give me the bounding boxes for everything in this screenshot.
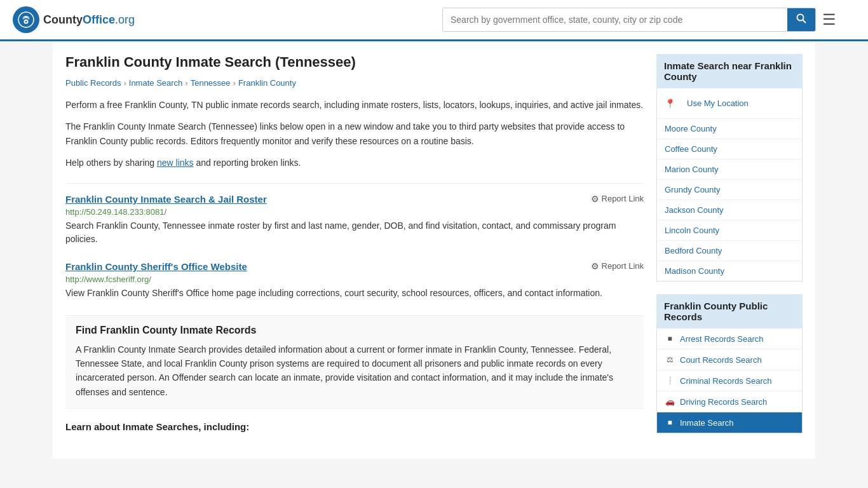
lincoln-county-link[interactable]: Lincoln County bbox=[657, 220, 802, 240]
moore-county-link[interactable]: Moore County bbox=[657, 119, 802, 139]
bedford-county-link[interactable]: Bedford County bbox=[657, 241, 802, 261]
use-location-link[interactable]: Use My Location bbox=[679, 93, 756, 113]
coffee-county-link[interactable]: Coffee County bbox=[657, 139, 802, 159]
inmate-search-item[interactable]: ■ Inmate Search bbox=[657, 412, 802, 433]
link-desc-1: Search Franklin County, Tennessee inmate… bbox=[65, 219, 644, 246]
inmate-search-link[interactable]: ■ Inmate Search bbox=[657, 412, 802, 433]
find-text: A Franklin County Inmate Search provides… bbox=[76, 342, 634, 400]
sidebar: Inmate Search near Franklin County 📍 Use… bbox=[656, 54, 803, 446]
list-item[interactable]: Bedford County bbox=[657, 241, 802, 261]
driving-icon: 🚗 bbox=[665, 396, 675, 407]
nearby-header: Inmate Search near Franklin County bbox=[656, 54, 803, 88]
page-title: Franklin County Inmate Search (Tennessee… bbox=[65, 54, 644, 71]
report-link-2[interactable]: ⚙ Report Link bbox=[591, 261, 644, 271]
list-item[interactable]: Coffee County bbox=[657, 139, 802, 159]
find-section: Find Franklin County Inmate Records A Fr… bbox=[65, 315, 644, 409]
find-title: Find Franklin County Inmate Records bbox=[76, 325, 634, 336]
arrest-records-item[interactable]: ■ Arrest Records Search bbox=[657, 329, 802, 349]
search-area: ☰ bbox=[442, 8, 836, 32]
site-header: CountyOffice.org ☰ bbox=[0, 0, 868, 41]
content-area: Franklin County Inmate Search (Tennessee… bbox=[65, 54, 644, 446]
breadcrumb-franklin-county[interactable]: Franklin County bbox=[238, 78, 296, 88]
public-records-list: ■ Arrest Records Search ⚖ Court Records … bbox=[656, 329, 803, 433]
report-icon-2: ⚙ bbox=[591, 261, 599, 271]
logo-icon bbox=[13, 6, 39, 33]
link-item-1: Franklin County Inmate Search & Jail Ros… bbox=[65, 194, 644, 246]
criminal-records-item[interactable]: ❕ Criminal Records Search bbox=[657, 370, 802, 391]
list-item[interactable]: Moore County bbox=[657, 119, 802, 139]
marion-county-link[interactable]: Marion County bbox=[657, 159, 802, 179]
list-item[interactable]: Grundy County bbox=[657, 180, 802, 200]
intro-paragraph-3: Help others by sharing new links and rep… bbox=[65, 156, 644, 170]
svg-point-3 bbox=[797, 15, 804, 21]
link-url-1[interactable]: http://50.249.148.233:8081/ bbox=[65, 207, 644, 217]
search-box[interactable] bbox=[442, 8, 816, 32]
link-section: Franklin County Inmate Search & Jail Ros… bbox=[65, 183, 644, 300]
jackson-county-link[interactable]: Jackson County bbox=[657, 200, 802, 220]
intro-paragraph-2: The Franklin County Inmate Search (Tenne… bbox=[65, 119, 644, 148]
search-input[interactable] bbox=[443, 8, 787, 31]
hamburger-menu-button[interactable]: ☰ bbox=[822, 11, 836, 29]
list-item[interactable]: Lincoln County bbox=[657, 220, 802, 241]
report-link-1[interactable]: ⚙ Report Link bbox=[591, 194, 644, 204]
main-container: Franklin County Inmate Search (Tennessee… bbox=[53, 41, 815, 459]
list-item[interactable]: Jackson County bbox=[657, 200, 802, 220]
inmate-icon: ■ bbox=[665, 417, 675, 428]
link-item-2: Franklin County Sheriff's Office Website… bbox=[65, 261, 644, 300]
report-icon-1: ⚙ bbox=[591, 194, 599, 204]
svg-line-4 bbox=[803, 20, 806, 24]
link-title-1[interactable]: Franklin County Inmate Search & Jail Ros… bbox=[65, 194, 267, 205]
arrest-icon: ■ bbox=[665, 334, 675, 344]
link-url-2[interactable]: http://www.fcsheriff.org/ bbox=[65, 274, 644, 284]
nearby-county-list: 📍 Use My Location Moore County Coffee Co… bbox=[656, 88, 803, 281]
breadcrumb-tennessee[interactable]: Tennessee bbox=[191, 78, 231, 88]
link-desc-2: View Franklin County Sheriff's Office ho… bbox=[65, 287, 644, 300]
driving-records-link[interactable]: 🚗 Driving Records Search bbox=[657, 391, 802, 412]
list-item[interactable]: Madison County bbox=[657, 261, 802, 281]
grundy-county-link[interactable]: Grundy County bbox=[657, 180, 802, 200]
intro-paragraph-1: Perform a free Franklin County, TN publi… bbox=[65, 98, 644, 112]
svg-point-2 bbox=[25, 21, 27, 23]
logo-area[interactable]: CountyOffice.org bbox=[13, 6, 135, 33]
public-records-section: Franklin County Public Records ■ Arrest … bbox=[656, 294, 803, 433]
breadcrumb-inmate-search[interactable]: Inmate Search bbox=[129, 78, 183, 88]
breadcrumb: Public Records › Inmate Search › Tenness… bbox=[65, 78, 644, 88]
criminal-icon: ❕ bbox=[665, 376, 675, 386]
court-records-item[interactable]: ⚖ Court Records Search bbox=[657, 349, 802, 370]
link-title-2[interactable]: Franklin County Sheriff's Office Website bbox=[65, 261, 247, 272]
new-links-link[interactable]: new links bbox=[157, 158, 194, 168]
madison-county-link[interactable]: Madison County bbox=[657, 261, 802, 281]
public-records-header: Franklin County Public Records bbox=[656, 294, 803, 329]
location-icon: 📍 bbox=[665, 98, 675, 109]
learn-title: Learn about Inmate Searches, including: bbox=[65, 421, 644, 432]
arrest-records-link[interactable]: ■ Arrest Records Search bbox=[657, 329, 802, 349]
breadcrumb-public-records[interactable]: Public Records bbox=[65, 78, 121, 88]
search-button[interactable] bbox=[787, 8, 815, 31]
logo-text: CountyOffice.org bbox=[43, 13, 135, 27]
court-icon: ⚖ bbox=[665, 355, 675, 365]
use-location-item[interactable]: 📍 Use My Location bbox=[657, 88, 802, 119]
driving-records-item[interactable]: 🚗 Driving Records Search bbox=[657, 391, 802, 412]
list-item[interactable]: Marion County bbox=[657, 159, 802, 180]
criminal-records-link[interactable]: ❕ Criminal Records Search bbox=[657, 370, 802, 391]
nearby-section: Inmate Search near Franklin County 📍 Use… bbox=[656, 54, 803, 281]
court-records-link[interactable]: ⚖ Court Records Search bbox=[657, 349, 802, 370]
